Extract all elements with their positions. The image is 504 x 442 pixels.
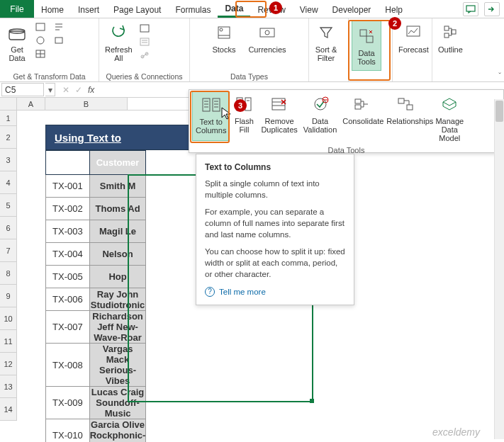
svg-rect-22 <box>213 98 220 111</box>
row-header[interactable]: 12 <box>0 353 17 375</box>
tooltip-text: You can choose how to split it up: fixed… <box>205 246 345 280</box>
enter-formula-icon[interactable]: ✓ <box>75 85 82 95</box>
select-all-corner[interactable] <box>0 98 17 110</box>
row-header[interactable]: 6 <box>0 217 17 239</box>
tab-help[interactable]: Help <box>378 0 410 18</box>
group-label-datatypes: Data Types <box>193 72 306 81</box>
tab-formulas[interactable]: Formulas <box>168 0 218 18</box>
text-to-columns-button[interactable]: Text to Columns <box>192 91 230 141</box>
svg-rect-8 <box>140 38 149 45</box>
row-header[interactable]: 7 <box>0 239 17 262</box>
row-header[interactable]: 8 <box>0 262 17 285</box>
stocks-button[interactable]: Stocks <box>209 20 238 55</box>
svg-point-4 <box>37 37 44 44</box>
edit-links-icon[interactable] <box>138 50 151 61</box>
tab-page-layout[interactable]: Page Layout <box>106 0 168 18</box>
get-data-icon <box>6 21 28 44</box>
table-row[interactable]: TX-006Ray John Studiotronic <box>46 288 146 311</box>
vertical-scrollbar[interactable] <box>494 99 504 439</box>
row-header[interactable]: 5 <box>0 194 17 217</box>
ribbon: Get Data Get & Transform Data Refresh Al… <box>0 18 504 82</box>
cursor-icon <box>220 106 232 120</box>
from-web-icon[interactable] <box>34 35 47 46</box>
row-header[interactable]: 3 <box>0 149 17 171</box>
tooltip-text: For example, you can separate a column o… <box>205 206 345 240</box>
header-customer-id[interactable]: Customer ID <box>46 151 90 175</box>
remove-duplicates-icon <box>268 93 291 115</box>
header-customer-name[interactable]: Customer <box>89 151 146 175</box>
svg-rect-3 <box>36 23 45 30</box>
tab-home[interactable]: Home <box>34 0 71 18</box>
tab-developer[interactable]: Developer <box>325 0 379 18</box>
sort-filter-button[interactable]: Sort & Filter <box>312 20 340 64</box>
flash-fill-button[interactable]: Flash Fill <box>230 91 258 144</box>
from-text-icon[interactable] <box>34 21 47 33</box>
data-table: Customer ID Customer TX-001Smith M TX-00… <box>45 150 146 442</box>
manage-data-model-button[interactable]: Manage Data Model <box>427 91 471 144</box>
table-row[interactable]: TX-003Magil Le <box>46 220 146 243</box>
fx-icon[interactable]: fx <box>88 85 94 95</box>
table-row[interactable]: TX-005Hop <box>46 266 146 288</box>
svg-rect-7 <box>140 25 149 32</box>
relationships-icon <box>394 93 417 115</box>
svg-rect-31 <box>407 105 413 110</box>
text-to-columns-icon <box>200 94 223 116</box>
refresh-icon <box>107 21 130 44</box>
refresh-all-button[interactable]: Refresh All <box>102 20 135 64</box>
queries-icon[interactable] <box>138 23 151 34</box>
get-data-button[interactable]: Get Data <box>3 20 31 64</box>
comments-icon[interactable] <box>463 2 478 16</box>
share-icon[interactable] <box>484 2 500 16</box>
table-row[interactable]: TX-009Lucas Craig Soundoff-Music <box>46 387 146 419</box>
currencies-button[interactable]: Currencies <box>245 20 289 55</box>
cancel-formula-icon[interactable]: ✕ <box>62 85 69 95</box>
svg-rect-16 <box>366 36 373 42</box>
row-header[interactable]: 11 <box>0 330 17 353</box>
tooltip-text-to-columns: Text to Columns Split a single column of… <box>196 154 354 305</box>
name-box[interactable]: C5 <box>1 83 44 96</box>
row-header[interactable]: 1 <box>0 110 17 126</box>
data-tools-popout: Text to Columns Flash Fill Remove Duplic… <box>189 89 504 153</box>
from-table-icon[interactable] <box>34 48 47 60</box>
svg-rect-18 <box>444 26 449 30</box>
row-header[interactable]: 10 <box>0 307 17 330</box>
tab-data[interactable]: Data <box>218 0 250 18</box>
watermark: exceldemy <box>432 426 480 438</box>
tab-insert[interactable]: Insert <box>71 0 106 18</box>
properties-icon[interactable] <box>138 36 151 47</box>
name-box-dropdown[interactable]: ▾ <box>45 83 55 96</box>
row-header[interactable]: 4 <box>0 171 17 194</box>
callout-num-2: 2 <box>388 17 401 30</box>
row-header[interactable]: 9 <box>0 285 17 307</box>
remove-duplicates-button[interactable]: Remove Duplicates <box>258 91 300 144</box>
outline-button[interactable]: Outline <box>435 20 466 55</box>
row-header[interactable]: 13 <box>0 375 17 398</box>
file-tab[interactable]: File <box>0 0 34 18</box>
relationships-button[interactable]: Relationships <box>383 91 427 144</box>
data-validation-button[interactable]: Data Validation <box>301 91 340 144</box>
svg-rect-25 <box>272 98 285 110</box>
table-row[interactable]: TX-007Richardson Jeff New-Wave-Roar <box>46 311 146 344</box>
row-header[interactable]: 14 <box>0 398 17 421</box>
table-row[interactable]: TX-010Garcia Olive Rockphonic-Sound <box>46 419 146 443</box>
consolidate-icon <box>350 93 373 115</box>
collapse-ribbon-icon[interactable]: ˇ <box>498 72 501 80</box>
tooltip-title: Text to Columns <box>205 162 345 174</box>
col-header-a[interactable]: A <box>17 98 45 110</box>
existing-conn-icon[interactable] <box>52 35 65 46</box>
col-header-b[interactable]: B <box>45 98 128 110</box>
scroll-thumb[interactable] <box>495 101 503 122</box>
table-row[interactable]: TX-002Thoms Ad <box>46 198 146 220</box>
row-header[interactable]: 2 <box>0 126 17 149</box>
consolidate-button[interactable]: Consolidate <box>340 91 383 144</box>
group-label-get: Get & Transform Data <box>3 72 96 81</box>
tab-view[interactable]: View <box>293 0 325 18</box>
data-tools-button[interactable]: Data Tools <box>352 20 381 71</box>
table-row[interactable]: TX-001Smith M <box>46 175 146 198</box>
tell-me-more-link[interactable]: ? Tell me more <box>205 286 345 298</box>
table-row[interactable]: TX-008Vargas Mack Serious-Vibes <box>46 344 146 387</box>
svg-rect-19 <box>444 33 449 38</box>
fill-handle[interactable] <box>310 399 314 403</box>
table-row[interactable]: TX-004Nelson <box>46 243 146 266</box>
recent-sources-icon[interactable] <box>52 21 65 33</box>
